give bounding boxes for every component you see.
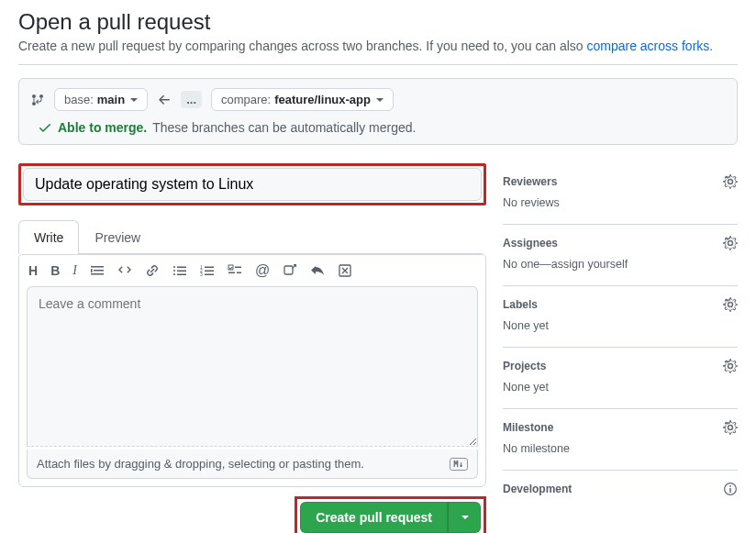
svg-rect-4 <box>284 266 293 274</box>
pr-title-input[interactable] <box>23 168 482 201</box>
check-icon <box>38 120 52 135</box>
caret-down-icon <box>376 98 384 102</box>
merge-status: Able to merge. These branches can be aut… <box>38 120 416 135</box>
assign-yourself-link[interactable]: assign yourself <box>551 258 628 271</box>
unordered-list-icon[interactable] <box>172 263 187 278</box>
compare-forks-link[interactable]: compare across forks <box>586 39 709 53</box>
compare-bar: base: main ... compare: feature/linux-ap… <box>18 78 738 145</box>
markdown-badge-icon[interactable]: M↓ <box>450 458 468 471</box>
gear-icon[interactable] <box>723 359 738 373</box>
create-highlight: Create pull request <box>295 496 486 533</box>
svg-text:3: 3 <box>200 272 203 277</box>
milestone-label: Milestone <box>503 421 553 434</box>
comment-box: H B I 123 @ Attach files by dragging & d… <box>18 253 486 487</box>
gear-icon[interactable] <box>723 297 738 312</box>
tab-preview[interactable]: Preview <box>79 220 156 254</box>
assignees-value: No one—assign yourself <box>503 258 738 271</box>
link-icon[interactable] <box>145 263 160 278</box>
title-highlight <box>18 163 486 205</box>
create-pull-request-button[interactable]: Create pull request <box>300 502 448 533</box>
reviewers-label: Reviewers <box>503 175 557 188</box>
cross-reference-icon[interactable] <box>283 263 297 278</box>
reply-icon[interactable] <box>310 263 325 278</box>
milestone-section: Milestone No milestone <box>503 409 738 471</box>
labels-section: Labels None yet <box>503 286 738 348</box>
divider <box>18 64 738 65</box>
tab-write[interactable]: Write <box>18 220 79 254</box>
gear-icon[interactable] <box>723 236 738 250</box>
ellipsis-button[interactable]: ... <box>181 91 202 108</box>
create-pull-request-dropdown[interactable] <box>448 502 481 533</box>
compare-branch-select[interactable]: compare: feature/linux-app <box>211 88 394 111</box>
gear-icon[interactable] <box>723 174 738 189</box>
projects-section: Projects None yet <box>503 348 738 409</box>
ordered-list-icon[interactable]: 123 <box>200 263 215 278</box>
assignees-section: Assignees No one—assign yourself <box>503 225 738 286</box>
code-icon[interactable] <box>117 263 132 278</box>
saved-reply-icon[interactable] <box>338 263 352 278</box>
development-label: Development <box>503 483 572 495</box>
labels-value: None yet <box>503 319 738 332</box>
mention-icon[interactable]: @ <box>255 262 270 279</box>
comment-tabs: Write Preview <box>18 220 486 254</box>
quote-icon[interactable] <box>90 263 105 278</box>
gear-icon[interactable] <box>723 420 738 435</box>
projects-label: Projects <box>503 360 546 372</box>
projects-value: None yet <box>503 381 738 394</box>
comment-textarea[interactable] <box>27 286 478 447</box>
base-branch-select[interactable]: base: main <box>54 88 148 111</box>
reviewers-section: Reviewers No reviews <box>503 163 738 225</box>
arrow-left-icon <box>157 93 172 107</box>
git-compare-icon <box>30 93 45 107</box>
italic-icon[interactable]: I <box>72 263 77 278</box>
attach-hint[interactable]: Attach files by dragging & dropping, sel… <box>27 450 478 479</box>
info-icon[interactable] <box>723 482 738 496</box>
markdown-toolbar: H B I 123 @ <box>19 254 485 286</box>
heading-icon[interactable]: H <box>28 263 38 278</box>
page-title: Open a pull request <box>18 9 738 35</box>
page-subtitle: Create a new pull request by comparing c… <box>18 39 738 53</box>
tasklist-icon[interactable] <box>228 263 242 278</box>
caret-down-icon <box>461 516 469 519</box>
assignees-label: Assignees <box>503 237 558 250</box>
milestone-value: No milestone <box>503 442 738 455</box>
reviewers-value: No reviews <box>503 196 738 209</box>
bold-icon[interactable]: B <box>50 263 60 278</box>
labels-label: Labels <box>503 298 538 311</box>
caret-down-icon <box>130 98 138 102</box>
development-section: Development <box>503 471 738 496</box>
